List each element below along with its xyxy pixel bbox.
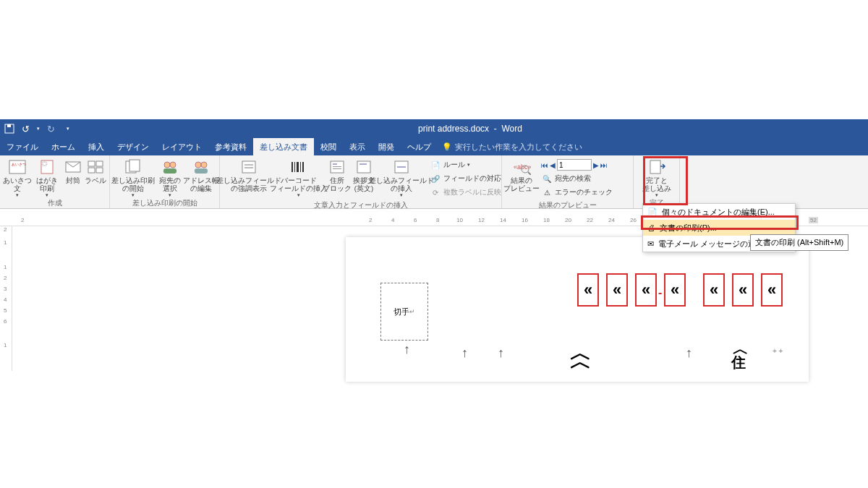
label-button[interactable]: ラベル bbox=[85, 157, 106, 184]
errors-icon: ⚠ bbox=[541, 187, 553, 198]
svg-line-37 bbox=[528, 172, 531, 175]
preview-icon: «abc» bbox=[512, 158, 531, 176]
mail-merge-icon bbox=[124, 158, 142, 176]
svg-point-13 bbox=[164, 162, 170, 168]
svg-rect-29 bbox=[333, 166, 341, 167]
svg-rect-12 bbox=[129, 160, 140, 171]
svg-point-16 bbox=[195, 162, 201, 168]
record-number-input[interactable] bbox=[557, 159, 592, 171]
highlight-print-menu bbox=[641, 215, 799, 230]
merge-field-5[interactable]: « bbox=[703, 273, 725, 307]
first-record-icon[interactable]: ⏮ bbox=[541, 161, 548, 169]
svg-rect-26 bbox=[302, 162, 304, 172]
lightbulb-icon: 💡 bbox=[442, 142, 452, 152]
merge-field-6[interactable]: « bbox=[732, 273, 754, 307]
group-label-preview: 結果のプレビュー bbox=[502, 200, 633, 212]
group-create: あいさつ あいさつ 文▾ はがき 印刷▾ 封筒 ラベル 作成 bbox=[0, 155, 110, 208]
svg-rect-32 bbox=[359, 163, 367, 165]
find-icon: 🔍 bbox=[541, 173, 553, 184]
svg-rect-23 bbox=[294, 162, 295, 172]
address-glyph: 住 bbox=[731, 353, 746, 372]
redo-icon[interactable]: ↻ bbox=[47, 124, 55, 134]
greeting-icon: あいさつ bbox=[8, 158, 27, 176]
undo-icon[interactable]: ↺ bbox=[22, 124, 30, 134]
svg-rect-21 bbox=[244, 167, 253, 168]
tab-layout[interactable]: レイアウト bbox=[156, 138, 208, 155]
svg-rect-22 bbox=[292, 162, 293, 172]
tab-help[interactable]: ヘルプ bbox=[401, 138, 438, 155]
highlight-finish-button bbox=[643, 156, 688, 205]
tab-file[interactable]: ファイル bbox=[0, 138, 45, 155]
start-merge-button[interactable]: 差し込み印刷 の開始▾ bbox=[113, 157, 153, 198]
quick-access-toolbar: ↺ ▾ ↻ ▾ print address.docx - Word bbox=[0, 119, 868, 138]
merge-field-2[interactable]: « bbox=[606, 273, 628, 307]
match-fields-button[interactable]: 🔗フィールドの対応 bbox=[430, 172, 501, 185]
barcode-button[interactable]: バーコード フィールドの挿入▾ bbox=[276, 157, 321, 198]
rules-button[interactable]: 📄ルール ▾ bbox=[430, 158, 501, 171]
write-mini-column: 📄ルール ▾ 🔗フィールドの対応 ⟳複数ラベルに反映 bbox=[428, 157, 503, 200]
svg-rect-28 bbox=[333, 163, 337, 165]
preview-results-button[interactable]: «abc» 結果の プレビュー bbox=[505, 157, 538, 192]
postcard-button[interactable]: はがき 印刷▾ bbox=[33, 157, 61, 198]
merge-field-3[interactable]: « bbox=[635, 273, 657, 307]
last-record-icon[interactable]: ⏭ bbox=[600, 161, 608, 169]
tell-me[interactable]: 💡 実行したい作業を入力してください bbox=[442, 138, 582, 155]
group-label-create: 作成 bbox=[0, 198, 109, 210]
tab-insert[interactable]: 挿入 bbox=[82, 138, 111, 155]
tab-mailings[interactable]: 差し込み文書 bbox=[253, 138, 314, 155]
merge-field-7[interactable]: « bbox=[761, 273, 783, 307]
record-navigator: ⏮ ◀ ▶ ⏭ bbox=[541, 158, 613, 171]
qat-customize-icon[interactable]: ▾ bbox=[67, 126, 69, 132]
svg-rect-4 bbox=[41, 160, 53, 174]
highlight-fields-button[interactable]: 差し込みフィールド の強調表示 bbox=[223, 157, 275, 192]
ribbon: あいさつ あいさつ 文▾ はがき 印刷▾ 封筒 ラベル 作成 差し込み印刷 の開… bbox=[0, 155, 868, 209]
email-icon: ✉ bbox=[647, 239, 654, 249]
envelope-button[interactable]: 封筒 bbox=[62, 157, 83, 184]
svg-point-14 bbox=[170, 162, 176, 168]
merge-field-4[interactable]: « bbox=[664, 273, 686, 307]
highlight-icon bbox=[239, 158, 258, 176]
greeting-line-icon bbox=[354, 158, 373, 176]
address-block-button[interactable]: 住所 ブロック bbox=[323, 157, 352, 192]
svg-rect-1 bbox=[7, 124, 11, 127]
tab-developer[interactable]: 開発 bbox=[372, 138, 401, 155]
next-record-icon[interactable]: ▶ bbox=[593, 161, 599, 169]
tab-design[interactable]: デザイン bbox=[111, 138, 156, 155]
edit-recipients-button[interactable]: アドレス帳 の編集 bbox=[186, 157, 216, 192]
ribbon-tabs: ファイル ホーム 挿入 デザイン レイアウト 参考資料 差し込み文書 校閲 表示… bbox=[0, 138, 868, 155]
undo-dropdown-icon[interactable]: ▾ bbox=[37, 126, 40, 132]
svg-rect-34 bbox=[397, 166, 406, 168]
group-start: 差し込み印刷 の開始▾ 宛先の 選択▾ アドレス帳 の編集 差し込み印刷の開始 bbox=[110, 155, 220, 208]
svg-point-17 bbox=[201, 162, 207, 168]
svg-rect-18 bbox=[195, 168, 208, 174]
postcard-icon bbox=[38, 158, 56, 176]
greeting-button[interactable]: あいさつ あいさつ 文▾ bbox=[3, 157, 32, 198]
insert-field-button[interactable]: 差し込みフィールド の挿入▾ bbox=[376, 157, 427, 198]
tab-references[interactable]: 参考資料 bbox=[208, 138, 253, 155]
tab-home[interactable]: ホーム bbox=[45, 138, 82, 155]
svg-rect-9 bbox=[88, 168, 95, 173]
svg-rect-15 bbox=[163, 168, 176, 174]
labels-icon bbox=[86, 158, 105, 176]
prev-record-icon[interactable]: ◀ bbox=[550, 161, 556, 169]
find-recipient-button[interactable]: 🔍宛先の検索 bbox=[541, 172, 613, 185]
svg-rect-30 bbox=[333, 168, 341, 169]
update-icon: ⟳ bbox=[430, 187, 441, 198]
check-errors-button[interactable]: ⚠エラーのチェック bbox=[541, 186, 613, 199]
update-labels-button: ⟳複数ラベルに反映 bbox=[430, 186, 501, 199]
document-page[interactable]: 切手↵ « « « - « « « « ↑ ↑ ↑ ︿ ︿ ↑ ︿ 住 + + bbox=[346, 237, 809, 382]
select-recipients-button[interactable]: 宛先の 選択▾ bbox=[155, 157, 184, 198]
save-icon[interactable] bbox=[4, 124, 14, 134]
rules-icon: 📄 bbox=[430, 159, 441, 171]
recipients-icon bbox=[161, 158, 179, 176]
svg-rect-31 bbox=[357, 161, 370, 173]
address-icon bbox=[328, 158, 346, 176]
tab-view[interactable]: 表示 bbox=[343, 138, 372, 155]
match-icon: 🔗 bbox=[430, 173, 441, 184]
arrow-up-icon: ↑ bbox=[461, 346, 468, 361]
arrow-up-icon: ↑ bbox=[498, 346, 504, 361]
tab-review[interactable]: 校閲 bbox=[314, 138, 343, 155]
merge-field-1[interactable]: « bbox=[577, 273, 599, 307]
chevron-up-icon: ︿ bbox=[570, 347, 592, 377]
envelope-icon bbox=[64, 158, 82, 176]
